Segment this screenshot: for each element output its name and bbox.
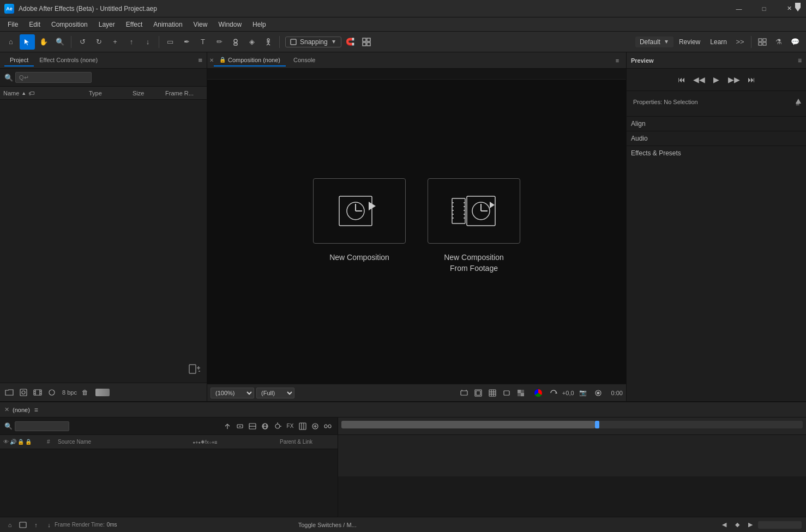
workspace-selector[interactable]: Default <box>635 37 673 47</box>
preview-next-frame[interactable]: ▶▶ <box>727 73 741 86</box>
tool-selection[interactable] <box>20 34 35 50</box>
menu-help[interactable]: Help <box>247 19 272 31</box>
tl-keyframe-right[interactable]: ▶ <box>745 519 756 530</box>
tl-icon-switches[interactable] <box>322 421 333 432</box>
tl-arrow-up-btn[interactable]: ↑ <box>31 519 41 530</box>
timeline-scroll-thumb[interactable] <box>341 421 595 428</box>
tl-new-comp-btn[interactable] <box>17 519 28 530</box>
tool-stamp[interactable] <box>228 34 243 50</box>
timeline-search-input[interactable] <box>15 421 69 431</box>
tl-icon-parent[interactable] <box>222 421 233 432</box>
tool-redo[interactable]: ↻ <box>91 34 106 50</box>
tool-home[interactable]: ⌂ <box>3 34 19 50</box>
comp-tab-close[interactable]: ✕ <box>209 57 214 63</box>
menu-animation[interactable]: Animation <box>148 19 188 31</box>
tl-icon-shy[interactable] <box>247 421 258 432</box>
menu-window[interactable]: Window <box>213 19 247 31</box>
preview-prev-frame[interactable]: ◀◀ <box>693 73 706 86</box>
fit-to-comp-btn[interactable] <box>458 386 471 400</box>
tool-undo[interactable]: ↺ <box>75 34 90 50</box>
menu-composition[interactable]: Composition <box>46 19 93 31</box>
preview-first-frame[interactable]: ⏮ <box>675 73 688 86</box>
quality-selector[interactable]: (Full) (Half) (Third) (Quarter) <box>256 388 294 398</box>
tool-path[interactable]: ✏ <box>212 34 227 50</box>
rotation-btn[interactable] <box>547 386 560 400</box>
new-folder-btn[interactable] <box>3 386 15 398</box>
tool-down[interactable]: ↓ <box>140 34 155 50</box>
menu-view[interactable]: View <box>188 19 213 31</box>
toolbar-overflow[interactable]: >> <box>732 34 748 50</box>
menu-edit[interactable]: Edit <box>23 19 46 31</box>
tl-home-btn[interactable]: ⌂ <box>4 519 15 530</box>
safe-zones-btn[interactable] <box>472 386 485 400</box>
timeline-scrollbar[interactable] <box>341 421 803 428</box>
tl-icon-fx[interactable]: FX <box>285 421 296 432</box>
new-footage-btn[interactable] <box>32 386 44 398</box>
tl-keyframe-diamond[interactable]: ◆ <box>732 519 743 530</box>
tl-icon-collapse[interactable] <box>310 421 321 432</box>
menu-effect[interactable]: Effect <box>121 19 148 31</box>
effects-presets-section[interactable]: Effects & Presets <box>627 146 806 160</box>
tool-magnet[interactable]: 🧲 <box>342 34 358 50</box>
preview-last-frame[interactable]: ⏭ <box>745 73 758 86</box>
tool-up[interactable]: ↑ <box>124 34 139 50</box>
show-snapshot-btn[interactable] <box>592 386 605 400</box>
tab-composition[interactable]: 🔒 Composition (none) <box>214 55 286 66</box>
col-header-name[interactable]: Name ▲ 🏷 <box>3 90 89 96</box>
pixel-aspect-btn[interactable] <box>500 386 513 400</box>
transparency-btn[interactable] <box>514 386 527 400</box>
review-button[interactable]: Review <box>675 37 705 47</box>
timeline-ruler-area[interactable] <box>338 418 806 435</box>
tab-console[interactable]: Console <box>288 55 321 66</box>
new-comp-btn[interactable] <box>17 386 29 398</box>
tool-text[interactable]: T <box>195 34 210 50</box>
tool-grid[interactable] <box>359 34 374 50</box>
tl-icon-3d[interactable] <box>260 421 270 432</box>
tool-hand[interactable]: ✋ <box>36 34 51 50</box>
tab-project[interactable]: Project <box>4 55 34 66</box>
snapshot-btn[interactable]: 📷 <box>576 386 590 400</box>
tool-comment[interactable]: 💬 <box>787 34 803 50</box>
timeline-zoom-bar[interactable] <box>758 521 802 529</box>
tool-zoom[interactable]: 🔍 <box>52 34 68 50</box>
new-solid-btn[interactable] <box>46 386 58 398</box>
tl-icon-motion-blur[interactable] <box>272 421 283 432</box>
col-header-frame[interactable]: Frame R... <box>165 90 203 96</box>
tool-pen[interactable]: ✒ <box>179 34 194 50</box>
tl-icon-frame-blend[interactable] <box>297 421 308 432</box>
minimize-button[interactable]: — <box>726 0 751 17</box>
preview-play[interactable]: ▶ <box>710 73 723 86</box>
timeline-menu[interactable]: ≡ <box>34 406 38 414</box>
timeline-tab-close[interactable]: ✕ <box>4 406 9 413</box>
grid-btn[interactable] <box>486 386 499 400</box>
preview-panel-menu[interactable]: ≡ <box>798 57 802 64</box>
col-header-size[interactable]: Size <box>133 90 165 96</box>
tool-flask[interactable]: ⚗ <box>771 34 786 50</box>
tl-arrow-down-btn[interactable]: ↓ <box>44 519 55 530</box>
channel-selector[interactable] <box>532 386 545 400</box>
tool-rect[interactable]: ▭ <box>163 34 178 50</box>
project-search-input[interactable] <box>15 72 92 83</box>
timeline-playhead-indicator[interactable] <box>595 421 599 428</box>
align-section[interactable]: Align <box>627 117 806 131</box>
col-header-type[interactable]: Type <box>89 90 133 96</box>
comp-panel-menu[interactable]: ≡ <box>611 54 624 67</box>
color-swatch[interactable] <box>95 389 110 396</box>
zoom-selector[interactable]: (100%) (50%) (25%) (200%) <box>210 388 254 398</box>
menu-layer[interactable]: Layer <box>93 19 121 31</box>
learn-button[interactable]: Learn <box>706 37 731 47</box>
tl-icon-solo[interactable] <box>234 421 245 432</box>
tool-multi-frame[interactable] <box>755 34 770 50</box>
snapping-toggle[interactable]: Snapping <box>285 37 341 47</box>
menu-file[interactable]: File <box>2 19 23 31</box>
tl-keyframe-left[interactable]: ◀ <box>719 519 730 530</box>
maximize-button[interactable]: □ <box>751 0 777 17</box>
tab-effect-controls[interactable]: Effect Controls (none) <box>34 55 103 66</box>
left-panel-menu[interactable]: ≡ <box>198 56 202 64</box>
audio-section[interactable]: Audio <box>627 131 806 146</box>
toggle-switches-btn[interactable]: Toggle Switches / M... <box>298 522 357 528</box>
tool-add[interactable]: + <box>107 34 123 50</box>
new-composition-from-footage-card[interactable]: New CompositionFrom Footage <box>428 178 520 274</box>
delete-btn[interactable]: 🗑 <box>79 386 91 398</box>
import-icon[interactable] <box>187 361 202 378</box>
